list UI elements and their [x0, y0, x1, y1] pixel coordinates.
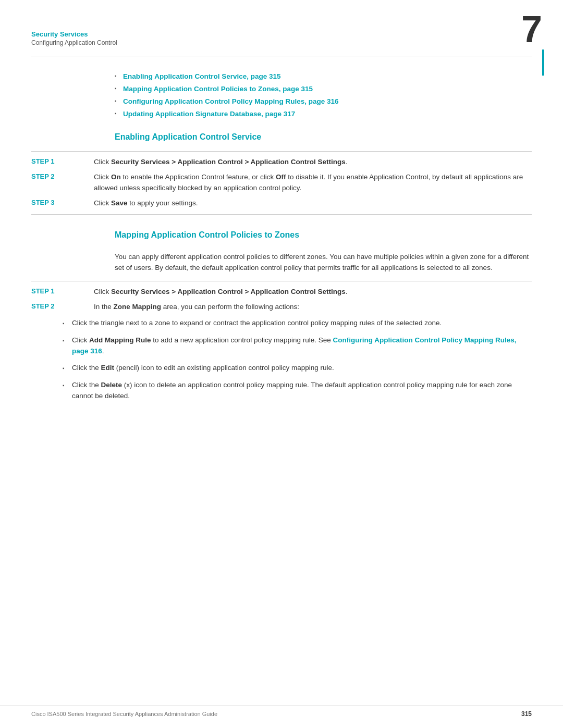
page-header: Security Services Configuring Applicatio…	[0, 0, 563, 46]
sub-bullet-4-text: Click the Delete (x) icon to delete an a…	[72, 381, 512, 400]
mapping-section: Mapping Application Control Policies to …	[31, 230, 532, 402]
page-footer: Cisco ISA500 Series Integrated Security …	[0, 706, 563, 718]
mapping-step2-zone-mapping: Zone Mapping	[114, 303, 162, 311]
enabling-step1-bold: Security Services > Application Control …	[111, 158, 346, 166]
mapping-section-body: You can apply different application cont…	[115, 251, 532, 274]
toc-item-4[interactable]: Updating Application Signature Database,…	[115, 109, 532, 118]
mapping-step1-row: STEP 1 Click Security Services > Applica…	[31, 287, 532, 298]
enabling-section-heading: Enabling Application Control Service	[115, 132, 532, 146]
mapping-step1-label: STEP 1	[31, 287, 94, 295]
toc-list: Enabling Application Control Service, pa…	[115, 72, 532, 118]
chapter-number: 7	[521, 10, 542, 48]
enabling-step1-row: STEP 1 Click Security Services > Applica…	[31, 157, 532, 168]
enabling-step3-row: STEP 3 Click Save to apply your settings…	[31, 198, 532, 209]
enabling-step3-content: Click Save to apply your settings.	[94, 198, 532, 209]
mapping-section-heading: Mapping Application Control Policies to …	[115, 230, 532, 244]
enabling-step3-label: STEP 3	[31, 198, 94, 206]
enabling-step2-row: STEP 2 Click On to enable the Applicatio…	[31, 172, 532, 194]
enabling-step1-content: Click Security Services > Application Co…	[94, 157, 532, 168]
page-container: Security Services Configuring Applicatio…	[0, 0, 563, 728]
toc-item-2[interactable]: Mapping Application Control Policies to …	[115, 84, 532, 93]
mapping-sub-bullets: Click the triangle next to a zone to exp…	[63, 318, 532, 402]
toc-item-1[interactable]: Enabling Application Control Service, pa…	[115, 72, 532, 80]
mapping-step1-bold: Security Services > Application Control …	[111, 288, 346, 295]
sub-bullet-1-text: Click the triangle next to a zone to exp…	[72, 319, 442, 327]
enabling-step2-on: On	[111, 173, 121, 181]
enabling-step2-off: Off	[276, 173, 286, 181]
enabling-step2-content: Click On to enable the Application Contr…	[94, 172, 532, 194]
chapter-bar-decoration	[542, 50, 544, 76]
breadcrumb-title: Security Services	[31, 30, 532, 38]
enabling-step3-save: Save	[111, 199, 128, 207]
breadcrumb: Security Services Configuring Applicatio…	[31, 16, 532, 46]
footer-left-text: Cisco ISA500 Series Integrated Security …	[31, 711, 217, 717]
mapping-step2-label: STEP 2	[31, 302, 94, 310]
sub-bullet-2-bold: Add Mapping Rule	[89, 336, 151, 344]
main-content: Enabling Application Control Service, pa…	[0, 56, 563, 429]
footer-page-number: 315	[521, 710, 532, 718]
enabling-step2-label: STEP 2	[31, 172, 94, 180]
sub-bullet-3: Click the Edit (pencil) icon to edit an …	[63, 363, 532, 374]
sub-bullet-1: Click the triangle next to a zone to exp…	[63, 318, 532, 329]
toc-link-1[interactable]: Enabling Application Control Service, pa…	[123, 72, 281, 80]
sub-bullet-3-text: Click the Edit (pencil) icon to edit an …	[72, 364, 334, 372]
enabling-top-divider	[31, 151, 532, 152]
toc-item-3[interactable]: Configuring Application Control Policy M…	[115, 97, 532, 105]
mapping-step2-row: STEP 2 In the Zone Mapping area, you can…	[31, 302, 532, 313]
mapping-step2-content: In the Zone Mapping area, you can perfor…	[94, 302, 532, 313]
breadcrumb-subtitle: Configuring Application Control	[31, 39, 532, 46]
sub-bullet-3-bold: Edit	[101, 364, 115, 372]
mapping-top-divider	[31, 281, 532, 281]
toc-link-3[interactable]: Configuring Application Control Policy M…	[123, 97, 339, 105]
sub-bullet-2-text: Click Add Mapping Rule to add a new appl…	[72, 336, 516, 355]
sub-bullet-4-bold: Delete	[101, 381, 123, 389]
mapping-step1-content: Click Security Services > Application Co…	[94, 287, 532, 298]
sub-bullet-2: Click Add Mapping Rule to add a new appl…	[63, 335, 532, 357]
enabling-bottom-divider	[31, 214, 532, 215]
toc-link-2[interactable]: Mapping Application Control Policies to …	[123, 85, 313, 93]
sub-bullet-4: Click the Delete (x) icon to delete an a…	[63, 380, 532, 402]
enabling-step1-label: STEP 1	[31, 157, 94, 165]
toc-link-4[interactable]: Updating Application Signature Database,…	[123, 110, 295, 118]
